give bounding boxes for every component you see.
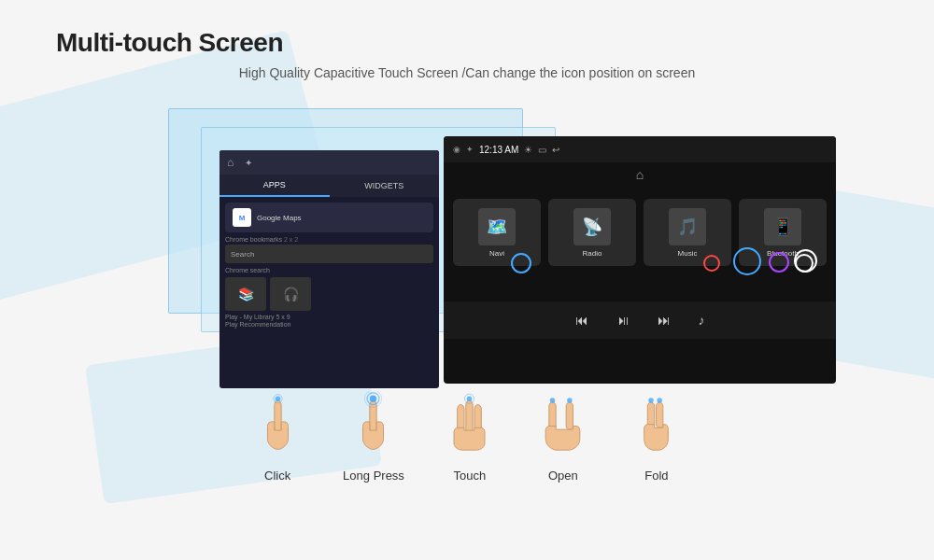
next-btn[interactable]: ⏭ [658, 313, 671, 328]
battery-icon: ▭ [538, 145, 546, 155]
brightness-icon: ☀ [524, 145, 532, 155]
car-header: ◉ ✦ 12:13 AM ☀ ▭ ↩ [444, 136, 836, 162]
screens-container: ⌂ ✦ APPS WIDGETS M Google Maps Chrome bo… [56, 99, 878, 379]
svg-point-8 [567, 398, 573, 403]
circle-music-red [703, 255, 720, 272]
svg-point-0 [275, 396, 280, 401]
chrome-bookmarks-label: Chrome bookmarks 2 x 2 [225, 236, 433, 243]
open-label: Open [548, 469, 578, 483]
radio-img: 📡 [573, 208, 611, 245]
music-label: Music [678, 249, 698, 258]
long-press-hand-svg [347, 391, 399, 461]
touch-label: Touch [454, 469, 487, 483]
play-btn[interactable]: ⏯ [616, 313, 630, 328]
gesture-click: Click [249, 388, 305, 483]
book-thumb: 📚 [225, 277, 266, 311]
long-press-label: Long Press [343, 469, 404, 483]
circle-navi-blue [511, 253, 531, 273]
page-subtitle: High Quality Capacitive Touch Screen /Ca… [56, 65, 878, 80]
gesture-long-press: Long Press [343, 388, 404, 483]
page-title: Multi-touch Screen [56, 28, 878, 58]
app-google-maps: M Google Maps [225, 203, 433, 232]
svg-point-10 [658, 398, 663, 403]
car-header-left: ◉ ✦ 12:13 AM ☀ ▭ ↩ [453, 145, 559, 155]
play-library-label: Play - My Library 5 x 9 [225, 314, 433, 320]
navi-label: Navi [489, 249, 504, 258]
gps-icon: ◉ [453, 145, 460, 154]
wifi-icon: ✦ [245, 158, 252, 168]
click-label: Click [264, 469, 290, 483]
circle-large-white [794, 249, 817, 273]
touch-hand [442, 388, 498, 463]
bluetooth-img: 📱 [764, 208, 801, 245]
google-maps-label: Google Maps [257, 214, 302, 222]
chrome-search-label: Chrome search [225, 267, 433, 273]
music-note-btn[interactable]: ♪ [699, 313, 705, 328]
click-hand-svg [252, 391, 304, 461]
play-recommendation-label: Play Recommendation [225, 321, 433, 328]
gesture-touch: Touch [442, 388, 498, 483]
svg-point-5 [467, 396, 473, 401]
tab-apps[interactable]: APPS [219, 175, 330, 197]
music-img: 🎵 [669, 208, 706, 245]
search-placeholder: Search [231, 250, 254, 259]
car-home-icon: ⌂ [636, 167, 644, 182]
headphone-thumb: 🎧 [270, 277, 311, 311]
svg-point-9 [649, 398, 655, 403]
bt-icon: ✦ [466, 145, 474, 154]
circle-large-blue [733, 247, 761, 275]
navi-img: 🗺️ [478, 208, 516, 245]
open-hand-svg [537, 391, 588, 461]
open-hand [535, 388, 591, 463]
page-content: Multi-touch Screen High Quality Capaciti… [0, 0, 934, 501]
android-tabs: APPS WIDGETS [219, 175, 439, 197]
music-tile[interactable]: 🎵 Music [644, 199, 731, 266]
svg-point-2 [370, 395, 376, 401]
prev-btn[interactable]: ⏮ [575, 313, 588, 328]
gesture-fold: Fold [629, 388, 685, 483]
long-press-hand [346, 388, 402, 463]
android-header: ⌂ ✦ [219, 150, 439, 175]
app-row-music: 📚 🎧 [225, 277, 433, 311]
google-maps-icon: M [233, 208, 251, 227]
fold-label: Fold [644, 469, 668, 483]
fold-hand-svg [630, 391, 682, 461]
gestures-row: Click Long Press [56, 388, 878, 483]
android-screen: ⌂ ✦ APPS WIDGETS M Google Maps Chrome bo… [219, 150, 439, 388]
fold-hand [629, 388, 685, 463]
click-hand [249, 388, 305, 463]
radio-tile[interactable]: 📡 Radio [548, 199, 636, 266]
navi-tile[interactable]: 🗺️ Navi [453, 199, 541, 266]
back-icon: ↩ [552, 145, 559, 155]
circle-purple [769, 252, 789, 273]
android-body: M Google Maps Chrome bookmarks 2 x 2 Sea… [219, 197, 439, 333]
svg-point-7 [550, 398, 556, 403]
car-media-controls: ⏮ ⏯ ⏭ ♪ [444, 301, 836, 339]
touch-hand-svg [444, 391, 495, 461]
radio-label: Radio [583, 249, 602, 258]
home-icon: ⌂ [227, 156, 234, 169]
tab-widgets[interactable]: WIDGETS [330, 175, 440, 197]
car-time: 12:13 AM [479, 145, 518, 155]
car-screen: ◉ ✦ 12:13 AM ☀ ▭ ↩ ⌂ 🗺️ Navi [444, 136, 836, 384]
gesture-open: Open [535, 388, 591, 483]
